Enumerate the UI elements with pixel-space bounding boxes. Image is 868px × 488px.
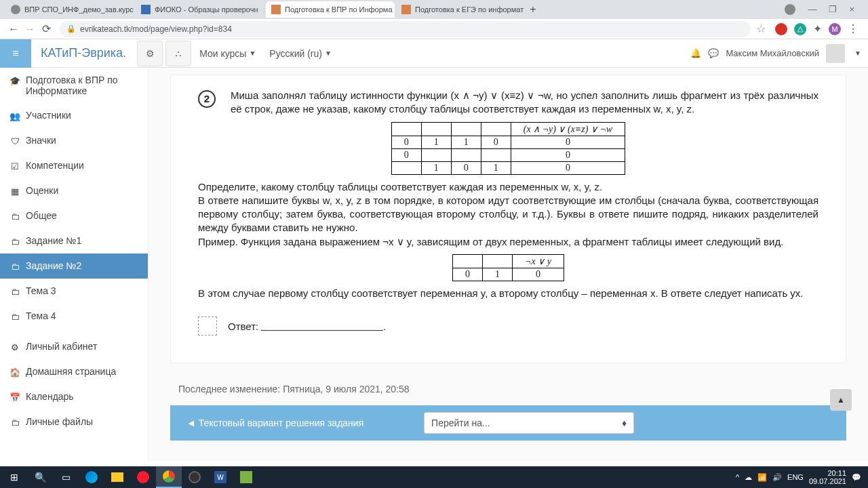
avatar[interactable]	[826, 44, 845, 63]
tray-chevron[interactable]: ^	[736, 473, 739, 481]
clock[interactable]: 20:1109.07.2021	[809, 469, 846, 485]
chrome-icon[interactable]	[156, 466, 182, 488]
obs-icon[interactable]	[182, 466, 208, 488]
answer-label: Ответ:	[228, 321, 258, 332]
onedrive-icon[interactable]: ☁	[745, 473, 752, 482]
browser-tab[interactable]: Подготовка к ЕГЭ по информат×	[396, 1, 525, 18]
problem-number: 2	[198, 90, 216, 108]
sidebar-item-topic4[interactable]: 🗀Тема 4	[0, 304, 148, 329]
reload-button[interactable]: ⟳	[38, 22, 54, 35]
user-menu-caret[interactable]: ▼	[854, 49, 861, 57]
problem-example-intro: Пример. Функция задана выражением ¬x ∨ y…	[198, 235, 818, 249]
folder-icon: 🗀	[9, 287, 20, 297]
close-icon[interactable]: ×	[264, 5, 264, 15]
browser-tab-strip: ВПР СПО_ИНФ_демо_зав.курс× ФИОКО - Образ…	[0, 0, 868, 19]
gear-icon[interactable]: ⚙	[137, 41, 163, 66]
prev-activity-link[interactable]: ◄ Текстовый вариант решения задания	[186, 418, 363, 428]
problem-statement: Миша заполнял таблицу истинности функции…	[231, 89, 818, 117]
word-icon[interactable]: W	[208, 466, 233, 488]
graduation-icon: 🎓	[9, 76, 20, 86]
folder-icon: 🗀	[9, 418, 20, 428]
check-icon: ☑	[9, 161, 20, 171]
activity-nav: ◄ Текстовый вариант решения задания Пере…	[170, 405, 846, 441]
maximize-icon[interactable]: ❐	[829, 4, 837, 15]
back-button[interactable]: ←	[5, 23, 22, 35]
chat-icon[interactable]: 💬	[708, 48, 719, 58]
site-title[interactable]: КАТиП-Эврика.	[31, 46, 136, 60]
notifications-icon[interactable]: 💬	[852, 473, 861, 482]
sidebar-item-grades[interactable]: ▦Оценки	[0, 178, 148, 203]
browser-tab[interactable]: ФИОКО - Образцы проверочн×	[136, 1, 264, 18]
sidebar-item-participants[interactable]: 👥Участники	[0, 103, 148, 128]
sidebar-item-general[interactable]: 🗀Общее	[0, 203, 148, 228]
task-view-button[interactable]: ▭	[53, 466, 79, 488]
explorer-icon[interactable]	[104, 466, 130, 488]
wifi-icon[interactable]: 📶	[757, 473, 767, 482]
volume-icon[interactable]: 🔊	[772, 473, 782, 482]
sidebar-item-home[interactable]: 🏠Домашняя страница	[0, 359, 148, 384]
grid-icon: ▦	[9, 186, 20, 197]
edge-icon[interactable]	[79, 466, 104, 488]
opera-icon[interactable]	[130, 466, 156, 488]
gauge-icon: ⚙	[9, 342, 20, 352]
problem-example-answer: В этом случае первому столбцу соответств…	[198, 287, 818, 300]
browser-tab-active[interactable]: Подготовка к ВПР по Информа×	[266, 1, 395, 18]
problem-question: Определите, какому столбцу таблицы соотв…	[198, 180, 818, 194]
address-bar[interactable]: 🔒 evrikateach.tk/mod/page/view.php?id=83…	[60, 21, 751, 37]
sidebar: 🎓Подготовка к ВПР по Информатике 👥Участн…	[0, 68, 149, 461]
sidebar-item-files[interactable]: 🗀Личные файлы	[0, 409, 148, 434]
my-courses-menu[interactable]: Мои курсы▼	[193, 48, 262, 59]
folder-icon: 🗀	[9, 262, 20, 272]
jump-to-select[interactable]: Перейти на...♦	[424, 412, 634, 434]
bell-icon[interactable]: 🔔	[690, 48, 701, 58]
sidebar-item-task2[interactable]: 🗀Задание №2	[0, 253, 148, 279]
search-button[interactable]: 🔍	[27, 466, 53, 488]
hamburger-menu[interactable]: ≡	[0, 39, 31, 68]
problem-card: 2 Миша заполнял таблицу истинности функц…	[170, 75, 846, 363]
browser-toolbar: ← → ⟳ 🔒 evrikateach.tk/mod/page/view.php…	[0, 19, 868, 39]
sidebar-item-topic3[interactable]: 🗀Тема 3	[0, 279, 148, 304]
answer-checkbox[interactable]	[198, 317, 217, 336]
app-icon[interactable]	[233, 466, 259, 488]
minimize-icon[interactable]: —	[808, 4, 816, 15]
profile-icon[interactable]: M	[829, 23, 841, 35]
sidebar-item-course[interactable]: 🎓Подготовка к ВПР по Информатике	[0, 68, 148, 103]
main-content: 2 Миша заполнял таблицу истинности функц…	[149, 68, 868, 461]
truth-table-example: ¬x ∨ y 010	[452, 254, 564, 281]
star-icon[interactable]: ☆	[756, 22, 766, 35]
extensions-icon[interactable]: ✦	[813, 22, 822, 35]
account-icon[interactable]	[785, 4, 795, 15]
sidebar-item-calendar[interactable]: 📅Календарь	[0, 384, 148, 409]
browser-tab[interactable]: ВПР СПО_ИНФ_демо_зав.курс×	[5, 1, 134, 18]
truth-table-main: (x ∧ ¬y) ∨ (x≡z) ∨ ¬w 01100 00 1010	[391, 122, 625, 175]
language-indicator[interactable]: ENG	[787, 473, 804, 481]
calendar-icon: 📅	[9, 392, 20, 403]
scroll-top-button[interactable]: ▲	[830, 389, 852, 411]
new-tab-button[interactable]: +	[526, 3, 540, 16]
extension-icon[interactable]: △	[794, 23, 806, 35]
problem-instruction: В ответе напишите буквы w, x, y, z в том…	[198, 194, 818, 235]
user-name[interactable]: Максим Михайловский	[726, 48, 819, 58]
close-window-icon[interactable]: ×	[849, 4, 854, 15]
windows-taskbar: ⊞ 🔍 ▭ W ^ ☁ 📶 🔊 ENG 20:1109.07.2021 💬	[0, 466, 868, 488]
lock-icon: 🔒	[66, 24, 76, 33]
app-header: ≡ КАТиП-Эврика. ⚙ ⛬ Мои курсы▼ Русский (…	[0, 39, 868, 68]
answer-blank	[261, 321, 383, 331]
extension-icon[interactable]	[775, 23, 787, 35]
folder-icon: 🗀	[9, 312, 20, 322]
last-modified: Последнее изменение: Пятница, 9 июля 202…	[178, 384, 846, 394]
sidebar-item-badges[interactable]: 🛡Значки	[0, 128, 148, 153]
forward-button[interactable]: →	[22, 23, 38, 35]
language-menu[interactable]: Русский (ru)▼	[262, 48, 338, 59]
sitemap-icon[interactable]: ⛬	[165, 41, 191, 66]
home-icon: 🏠	[9, 367, 20, 378]
shield-icon: 🛡	[9, 136, 20, 146]
folder-icon: 🗀	[9, 211, 20, 222]
folder-icon: 🗀	[9, 237, 20, 247]
sidebar-item-dashboard[interactable]: ⚙Личный кабинет	[0, 334, 148, 359]
menu-icon[interactable]: ⋮	[848, 22, 859, 35]
start-button[interactable]: ⊞	[1, 466, 27, 488]
sidebar-item-task1[interactable]: 🗀Задание №1	[0, 228, 148, 253]
users-icon: 👥	[9, 111, 20, 121]
sidebar-item-competencies[interactable]: ☑Компетенции	[0, 153, 148, 178]
